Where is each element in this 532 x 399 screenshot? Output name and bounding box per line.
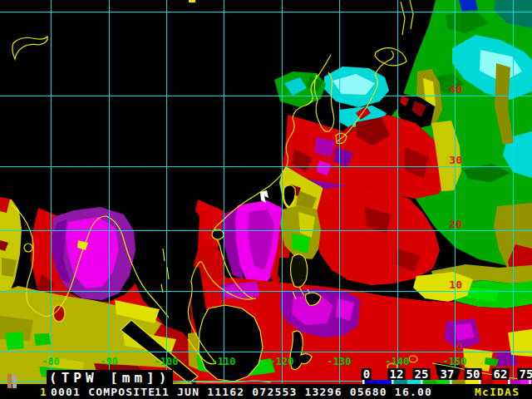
status-bar: 1 0001 COMPOSITE 11 JUN 11162 072553 132… <box>0 384 532 399</box>
longitude-label-90: -90 <box>100 356 118 367</box>
longitude-label-80: -80 <box>42 356 60 367</box>
longitude-label-100: -100 <box>155 356 179 367</box>
luzon-island <box>291 254 308 288</box>
mcidas-image-window: (TPW [mm]) 40 30 20 10 0 -80 -90 -100 -1… <box>0 0 532 399</box>
hainan-island <box>212 229 224 239</box>
tpw-satellite-map <box>0 0 532 384</box>
legend-value-25: 25 <box>413 368 431 380</box>
legend-value-62: 62 <box>492 368 510 380</box>
calibration-bar-tan <box>7 374 12 388</box>
longitude-label-150: -150 <box>443 356 467 367</box>
mcidas-brand: McIDAS <box>475 386 520 398</box>
frame-number: 1 <box>40 386 47 398</box>
latitude-label-40: 40 <box>441 83 462 96</box>
calibration-bar-gray <box>12 375 17 388</box>
legend-value-37: 37 <box>439 368 456 380</box>
latitude-label-30: 30 <box>441 154 462 166</box>
longitude-label-140: -140 <box>386 356 410 367</box>
latitude-label-0: 0 <box>441 340 462 352</box>
latitude-label-10: 10 <box>441 278 462 291</box>
image-timestamp: 11 JUN 11162 072553 13296 05680 16.00 <box>155 386 432 398</box>
borneo-island <box>199 305 263 382</box>
legend-value-75: 75 <box>518 368 532 380</box>
longitude-label-110: -110 <box>212 356 236 367</box>
longitude-label-120: -120 <box>270 356 294 367</box>
latitude-label-20: 20 <box>441 218 462 230</box>
dataset-name: 0001 COMPOSITE <box>51 386 155 398</box>
longitude-label-130: -130 <box>328 356 352 367</box>
legend-value-12: 12 <box>388 368 406 380</box>
legend-value-0: 0 <box>362 368 372 380</box>
coast-fragment-top <box>189 0 195 2</box>
legend-value-50: 50 <box>465 368 482 380</box>
